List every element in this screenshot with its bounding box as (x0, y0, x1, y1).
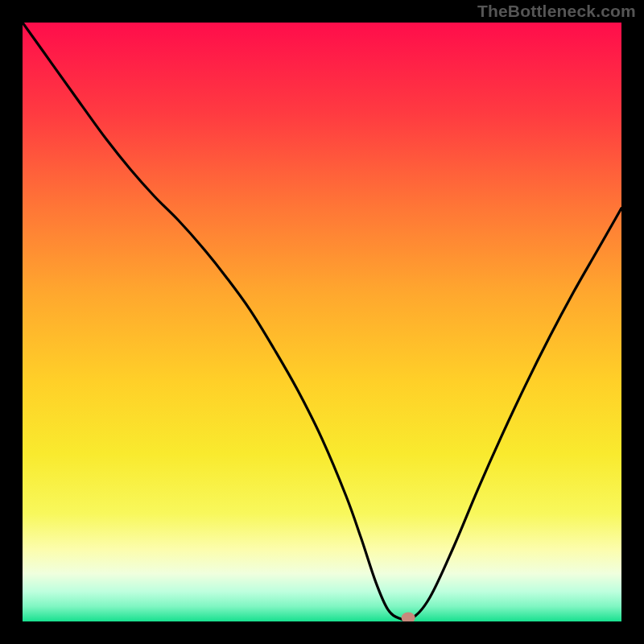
chart-container: TheBottleneck.com (0, 0, 644, 644)
watermark-text: TheBottleneck.com (477, 2, 636, 21)
gradient-background (23, 23, 621, 621)
chart-svg (23, 23, 621, 621)
plot-area (23, 23, 621, 621)
